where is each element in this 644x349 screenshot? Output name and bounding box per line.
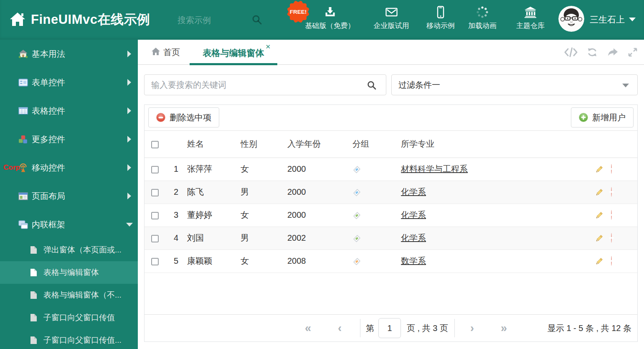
nav-item-loading-animation[interactable]: 加载动画 (468, 5, 497, 31)
major-link[interactable]: 材料科学与工程系 (401, 164, 468, 173)
nav-item-label: 企业版试用 (374, 21, 409, 31)
search-icon[interactable] (367, 80, 377, 92)
row-index: 3 (167, 204, 180, 227)
first-page-icon[interactable]: « (305, 315, 311, 341)
prev-page-icon[interactable]: ‹ (338, 315, 342, 341)
table-header-row: 姓名 性别 入学年份 分组 所学专业 (145, 131, 637, 158)
add-user-button[interactable]: 新增用户 (571, 107, 634, 127)
nav-item-label: 移动示例 (426, 21, 455, 31)
tag-icon (352, 258, 360, 265)
chevron-right-icon (127, 136, 131, 143)
sidebar-item-mobile-controls[interactable]: 移动控件 Corp. (0, 153, 138, 182)
major-link[interactable]: 化学系 (401, 187, 426, 196)
frames-icon (18, 220, 28, 229)
sidebar-subitem-grid-edit-window-2[interactable]: 表格与编辑窗体（不... (0, 284, 138, 306)
delete-selected-button[interactable]: 删除选中项 (148, 107, 219, 127)
sidebar-item-basic-usage[interactable]: 基本用法 (0, 40, 138, 68)
user-avatar[interactable] (558, 6, 584, 32)
sidebar-subitem-grid-edit-window[interactable]: 表格与编辑窗体 (0, 261, 138, 284)
sidebar-item-page-layout[interactable]: 页面布局 (0, 182, 138, 210)
sidebar-item-label: 页面布局 (32, 191, 65, 202)
row-checkbox[interactable] (151, 258, 159, 265)
nav-item-theme-repo[interactable]: 主题仓库 (516, 5, 545, 31)
cell-major: 数学系 (394, 250, 588, 273)
table-row[interactable]: 5 康颖颖 女 2008 数学系 (145, 250, 637, 273)
user-name[interactable]: 三生石上 (590, 14, 625, 25)
close-icon[interactable]: ✕ (265, 43, 271, 51)
table-row[interactable]: 3 董婷婷 女 2000 化学系 (145, 204, 637, 227)
delete-row-icon[interactable] (611, 256, 612, 266)
chevron-right-icon (127, 79, 131, 86)
tab-grid-edit-window[interactable]: 表格与编辑窗体 ✕ (190, 40, 277, 65)
delete-row-icon[interactable] (611, 233, 612, 243)
sidebar-subitem-popup-window[interactable]: 弹出窗体（本页面或... (0, 239, 138, 261)
sidebar-subitem-child-to-parent[interactable]: 子窗口向父窗口传值 (0, 306, 138, 329)
cell-year: 2000 (281, 158, 346, 181)
delete-row-icon[interactable] (611, 164, 612, 174)
major-link[interactable]: 数学系 (401, 256, 426, 265)
tab-bar: 首页 表格与编辑窗体 ✕ (138, 40, 644, 65)
expand-icon[interactable] (628, 47, 638, 57)
download-icon (324, 5, 336, 19)
sidebar-item-form-controls[interactable]: 表单控件 (0, 68, 138, 97)
header-search-input[interactable] (177, 13, 246, 28)
tab-home[interactable]: 首页 (151, 40, 180, 65)
column-header-year: 入学年份 (281, 131, 346, 158)
row-checkbox[interactable] (151, 212, 159, 219)
page-suffix-label: 页 , 共 3 页 (407, 315, 448, 341)
sidebar-item-more-controls[interactable]: 更多控件 (0, 125, 138, 153)
nav-item-basic-edition[interactable]: 基础版（免费） (305, 5, 355, 31)
source-code-icon[interactable] (564, 47, 578, 58)
major-link[interactable]: 化学系 (401, 210, 426, 219)
last-page-icon[interactable]: » (501, 315, 507, 341)
sidebar-subitem-label: 弹出窗体（本页面或... (43, 245, 122, 255)
home-logo-icon[interactable] (9, 12, 26, 28)
delete-row-icon[interactable] (611, 210, 612, 220)
cell-gender: 女 (234, 204, 281, 227)
keyword-search-input[interactable] (145, 75, 362, 95)
major-link[interactable]: 化学系 (401, 233, 426, 242)
sidebar-subitem-child-to-parent-2[interactable]: 子窗口向父窗口传值... (0, 329, 138, 349)
share-icon[interactable] (607, 47, 619, 57)
active-tab-underline (190, 63, 277, 65)
edit-pencil-icon[interactable] (595, 234, 603, 243)
nav-item-enterprise-trial[interactable]: 企业版试用 (374, 5, 409, 31)
row-checkbox[interactable] (151, 189, 159, 196)
refresh-icon[interactable] (587, 47, 598, 58)
app-header: FineUIMvc在线示例 FREE! 基础版（免费） 企业版试用 移动示例 加… (0, 0, 644, 40)
select-all-checkbox[interactable] (151, 141, 159, 148)
page-number-input[interactable] (378, 318, 401, 338)
row-checkbox[interactable] (151, 166, 159, 173)
table-row[interactable]: 1 张萍萍 女 2000 材料科学与工程系 (145, 158, 637, 181)
row-index: 1 (167, 158, 180, 181)
tab-label: 首页 (163, 47, 180, 58)
filter-row: 过滤条件一 (144, 74, 638, 95)
cell-major: 化学系 (394, 227, 588, 250)
row-checkbox[interactable] (151, 235, 159, 242)
nav-item-mobile-demo[interactable]: 移动示例 (426, 5, 455, 31)
pagination-bar: « ‹ 第 页 , 共 3 页 › » 显示 1 - 5 条 , 共 12 条 (145, 314, 637, 341)
file-icon (30, 268, 37, 277)
next-page-icon[interactable]: › (470, 315, 474, 341)
table-row[interactable]: 4 刘国 男 2002 化学系 (145, 227, 637, 250)
edit-pencil-icon[interactable] (595, 211, 603, 220)
cell-year: 2002 (281, 227, 346, 250)
header-search-icon[interactable] (251, 14, 262, 27)
record-count-summary: 显示 1 - 5 条 , 共 12 条 (548, 315, 631, 341)
sidebar-item-inline-frame[interactable]: 内联框架 (0, 210, 138, 239)
table-row[interactable]: 2 陈飞 男 2000 化学系 (145, 181, 637, 204)
delete-row-icon[interactable] (611, 187, 612, 197)
chevron-down-icon[interactable] (629, 18, 636, 21)
sidebar-subitem-label: 子窗口向父窗口传值... (43, 335, 122, 346)
chevron-right-icon (127, 51, 131, 57)
chevron-right-icon (127, 107, 131, 114)
edit-pencil-icon[interactable] (595, 166, 603, 174)
sidebar-item-label: 表格控件 (32, 105, 65, 117)
filter-dropdown[interactable]: 过滤条件一 (391, 74, 638, 95)
column-header-major: 所学专业 (394, 131, 588, 158)
edit-pencil-icon[interactable] (595, 189, 603, 197)
nav-item-label: 加载动画 (468, 21, 497, 31)
edit-pencil-icon[interactable] (595, 257, 603, 266)
sidebar-item-grid-controls[interactable]: 表格控件 (0, 97, 138, 125)
cell-gender: 女 (234, 250, 281, 273)
